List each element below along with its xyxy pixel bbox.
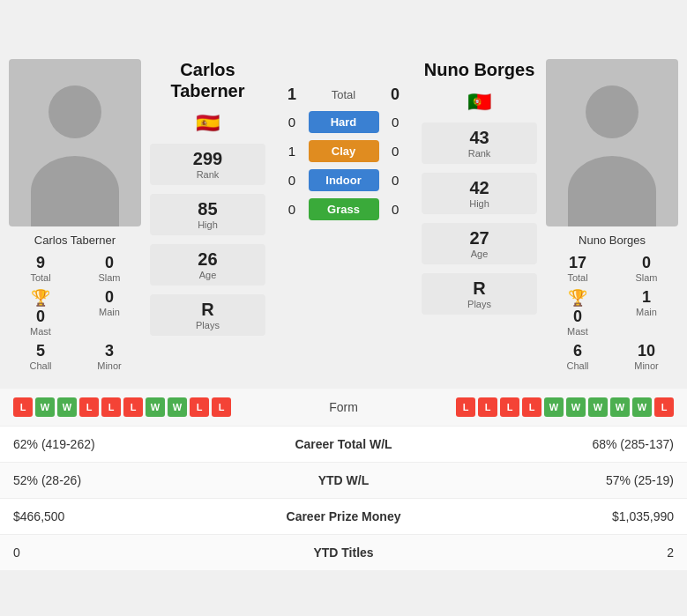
total-left-score: 1 — [279, 85, 305, 104]
form-badge-right: L — [456, 397, 475, 417]
right-minor-label: Minor — [634, 360, 659, 371]
left-player-name-label: Carlos Taberner — [34, 234, 116, 247]
right-player-avatar — [546, 59, 678, 226]
form-badge-left: W — [168, 397, 187, 417]
clay-right-score: 0 — [382, 144, 408, 159]
grass-button[interactable]: Grass — [309, 198, 379, 220]
right-mast-label: Mast — [567, 326, 588, 337]
hard-button[interactable]: Hard — [309, 111, 379, 133]
stats-center-label: YTD W/L — [256, 473, 432, 487]
left-chall-label: Chall — [29, 360, 51, 371]
left-slam-cell: 0 Slam — [78, 254, 141, 283]
hard-left-score: 0 — [279, 115, 305, 130]
hard-right-score: 0 — [382, 115, 408, 130]
stats-right-value: $1,035,990 — [432, 509, 675, 523]
left-rank-stat: 299 Rank — [150, 144, 265, 185]
form-badge-left: L — [123, 397, 143, 417]
form-badge-left: L — [101, 397, 121, 417]
right-plays-label: Plays — [467, 299, 491, 309]
stats-right-value: 2 — [432, 545, 675, 560]
stats-table: 62% (419-262)Career Total W/L68% (285-13… — [0, 427, 687, 570]
total-right-score: 0 — [382, 85, 408, 104]
right-middle-panel: Nuno Borges 🇵🇹 43 Rank 42 High 27 Age R … — [417, 59, 541, 371]
left-trophy-icon: 🏆 — [31, 288, 50, 308]
clay-row: 1 Clay 0 — [274, 140, 413, 162]
left-age-stat: 26 Age — [150, 244, 265, 286]
stats-center-label: Career Total W/L — [256, 437, 432, 451]
total-row: 1 Total 0 — [274, 85, 413, 104]
clay-button[interactable]: Clay — [309, 140, 379, 162]
right-plays-value: R — [473, 278, 485, 299]
left-main-value: 0 — [105, 288, 114, 307]
stats-left-value: $466,500 — [13, 509, 256, 523]
form-badge-right: W — [632, 397, 652, 417]
stats-left-value: 52% (28-26) — [13, 473, 256, 487]
right-player-name-label: Nuno Borges — [579, 234, 646, 247]
left-age-label: Age — [199, 270, 217, 280]
form-badge-right: L — [522, 397, 541, 417]
form-badge-left: L — [79, 397, 99, 417]
right-high-value: 42 — [469, 178, 489, 198]
left-chall-cell: 5 Chall — [9, 342, 72, 371]
form-badge-right: W — [610, 397, 630, 417]
stats-row: 62% (419-262)Career Total W/L68% (285-13… — [0, 427, 687, 463]
left-high-label: High — [198, 219, 218, 230]
left-slam-value: 0 — [105, 254, 114, 272]
left-mast-label: Mast — [30, 326, 51, 337]
right-slam-cell: 0 Slam — [615, 254, 678, 283]
grass-row: 0 Grass 0 — [274, 198, 413, 220]
bottom-section: LWWLLLWWLL Form LLLLWWWWWL 62% (419-262)… — [0, 389, 687, 570]
form-badge-left: L — [190, 397, 209, 417]
indoor-button[interactable]: Indoor — [309, 169, 379, 191]
right-total-cell: 17 Total — [546, 254, 609, 283]
right-slam-label: Slam — [635, 272, 657, 283]
stats-center-label: YTD Titles — [256, 545, 432, 560]
stats-center-label: Career Prize Money — [256, 509, 432, 523]
left-plays-value: R — [201, 300, 213, 320]
left-player-stats-grid: 9 Total 0 Slam 🏆 0 Mast 0 Main 5 — [9, 254, 141, 371]
hard-row: 0 Hard 0 — [274, 111, 413, 133]
left-main-label: Main — [99, 307, 120, 317]
right-minor-cell: 10 Minor — [615, 342, 678, 371]
left-minor-value: 3 — [105, 342, 114, 360]
form-badge-left: W — [146, 397, 165, 417]
form-badge-left: L — [13, 397, 33, 417]
right-high-label: High — [469, 198, 489, 209]
form-badge-left: L — [212, 397, 231, 417]
form-badge-right: W — [588, 397, 608, 417]
stats-right-value: 68% (285-137) — [432, 437, 675, 451]
right-slam-value: 0 — [642, 254, 651, 272]
left-minor-cell: 3 Minor — [78, 342, 141, 371]
right-chall-label: Chall — [566, 360, 588, 371]
right-player-card: Nuno Borges 17 Total 0 Slam 🏆 0 Mast 1 — [546, 59, 678, 371]
stats-row: $466,500Career Prize Money$1,035,990 — [0, 499, 687, 535]
right-high-stat: 42 High — [422, 173, 537, 214]
right-player-stats-grid: 17 Total 0 Slam 🏆 0 Mast 1 Main 6 — [546, 254, 678, 371]
left-rank-label: Rank — [197, 169, 220, 180]
right-mast-cell: 🏆 0 Mast — [546, 288, 609, 337]
total-label: Total — [305, 88, 382, 101]
top-section: Carlos Taberner 9 Total 0 Slam 🏆 0 Mast … — [0, 46, 687, 384]
form-badge-right: L — [500, 397, 519, 417]
left-player-name-top: Carlos Taberner — [170, 59, 244, 101]
left-rank-value: 299 — [193, 149, 222, 169]
form-badge-left: W — [35, 397, 55, 417]
left-main-cell: 0 Main — [78, 288, 141, 337]
indoor-left-score: 0 — [279, 173, 305, 188]
left-flag: 🇪🇸 — [196, 112, 220, 135]
form-badge-left: W — [57, 397, 77, 417]
form-badge-right: W — [566, 397, 586, 417]
right-rank-label: Rank — [468, 148, 491, 159]
grass-right-score: 0 — [382, 202, 408, 217]
left-player-card: Carlos Taberner 9 Total 0 Slam 🏆 0 Mast … — [9, 59, 141, 371]
left-minor-label: Minor — [97, 360, 122, 371]
left-slam-label: Slam — [98, 272, 120, 283]
left-mast-cell: 🏆 0 Mast — [9, 288, 72, 337]
form-badge-right: L — [654, 397, 674, 417]
right-trophy-icon: 🏆 — [568, 288, 587, 308]
left-total-cell: 9 Total — [9, 254, 72, 283]
left-plays-label: Plays — [196, 320, 220, 330]
right-plays-stat: R Plays — [422, 273, 537, 315]
stats-row: 52% (28-26)YTD W/L57% (25-19) — [0, 463, 687, 499]
right-mast-value: 0 — [573, 308, 582, 326]
